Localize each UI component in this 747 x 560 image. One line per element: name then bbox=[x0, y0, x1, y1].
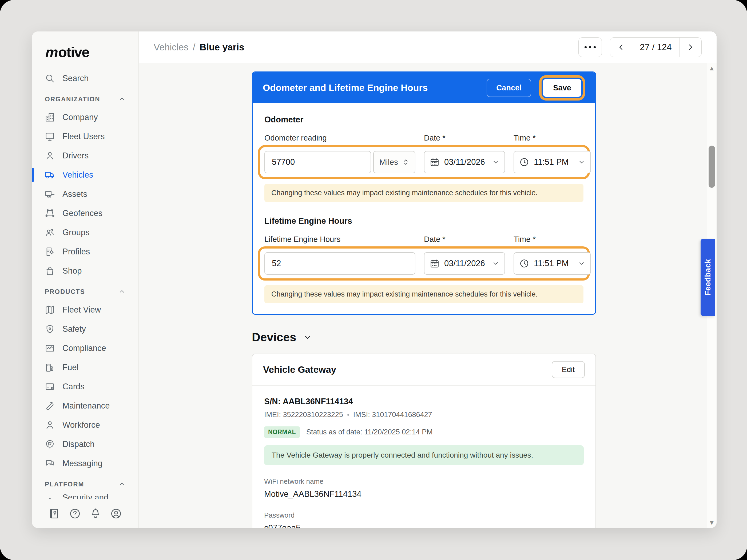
chevron-right-icon bbox=[687, 43, 694, 51]
profile-doc-icon bbox=[45, 247, 55, 257]
bag-icon bbox=[45, 266, 55, 276]
desktop-background: motive SearchORGANIZATIONCompanyFleet Us… bbox=[0, 0, 747, 560]
wifi-network-value: Motive_AABL36NF114134 bbox=[264, 489, 584, 499]
shield-icon bbox=[45, 324, 55, 334]
chevron-down-icon bbox=[578, 260, 585, 267]
caret-up-icon bbox=[118, 481, 126, 488]
person-icon bbox=[45, 420, 55, 430]
app-window: motive SearchORGANIZATIONCompanyFleet Us… bbox=[32, 31, 717, 528]
trailer-icon bbox=[45, 189, 55, 199]
bell-button[interactable] bbox=[89, 508, 101, 519]
sidebar-item-fleet-users[interactable]: Fleet Users bbox=[39, 127, 131, 146]
engine-hours-section-heading: Lifetime Engine Hours bbox=[264, 216, 584, 226]
dot-separator bbox=[347, 414, 349, 416]
sidebar-item-geofences[interactable]: Geofences bbox=[39, 204, 131, 223]
sidebar-item-dispatch[interactable]: Dispatch bbox=[39, 435, 131, 454]
odometer-date-select[interactable]: 03/11/2026 bbox=[424, 151, 505, 174]
serial-number: S/N: AABL36NF114134 bbox=[264, 397, 584, 406]
page-title: Blue yaris bbox=[200, 42, 244, 53]
odometer-panel: Odometer and Lifetime Engine Hours Cance… bbox=[252, 72, 596, 315]
breadcrumb-parent[interactable]: Vehicles bbox=[154, 42, 188, 53]
person-icon bbox=[45, 151, 55, 161]
scroll-down-arrow[interactable]: ▼ bbox=[707, 519, 717, 526]
devices-heading: Devices bbox=[252, 331, 296, 344]
wifi-network-label: WiFi network name bbox=[264, 477, 584, 486]
wifi-network-field: WiFi network name Motive_AABL36NF114134 bbox=[264, 477, 584, 499]
cancel-button[interactable]: Cancel bbox=[487, 79, 531, 97]
engine-hours-date-label: Date * bbox=[424, 235, 505, 244]
engine-hours-time-select[interactable]: 11:51 PM bbox=[514, 252, 591, 275]
password-field: Password c077eaa5 bbox=[264, 511, 584, 528]
topbar: Vehicles / Blue yaris 27 / 124 bbox=[139, 31, 717, 63]
gateway-status-message: The Vehicle Gateway is properly connecte… bbox=[264, 445, 584, 465]
password-label: Password bbox=[264, 511, 584, 519]
odometer-panel-header: Odometer and Lifetime Engine Hours Cance… bbox=[253, 72, 595, 103]
map-icon bbox=[45, 305, 55, 315]
breadcrumb-separator: / bbox=[192, 42, 195, 53]
scroll-up-arrow[interactable]: ▲ bbox=[707, 64, 717, 72]
sidebar-item-company[interactable]: Company bbox=[39, 108, 131, 127]
previous-record-button[interactable] bbox=[610, 37, 632, 57]
odometer-fields-highlight-ring: 57700 Miles 03/11/2026 bbox=[258, 145, 590, 179]
sidebar-item-profiles[interactable]: Profiles bbox=[39, 242, 131, 261]
engine-hours-date-select[interactable]: 03/11/2026 bbox=[424, 252, 505, 275]
compliance-icon bbox=[45, 343, 55, 353]
imsi-value: IMSI: 310170441686427 bbox=[353, 411, 432, 419]
sidebar-item-maintenance[interactable]: Maintenance bbox=[39, 396, 131, 416]
content-column: Odometer and Lifetime Engine Hours Cance… bbox=[252, 63, 596, 528]
logbook-button[interactable] bbox=[49, 508, 60, 519]
odometer-reading-input[interactable]: 57700 bbox=[264, 151, 371, 174]
sidebar-item-workforce[interactable]: Workforce bbox=[39, 416, 131, 435]
status-as-of-date: Status as of date: 11/20/2025 02:14 PM bbox=[306, 428, 433, 436]
engine-hours-input[interactable]: 52 bbox=[264, 252, 415, 275]
sidebar-item-fuel[interactable]: Fuel bbox=[39, 358, 131, 377]
odometer-time-select[interactable]: 11:51 PM bbox=[514, 151, 591, 174]
sidebar-item-compliance[interactable]: Compliance bbox=[39, 339, 131, 358]
building-icon bbox=[45, 112, 55, 123]
edit-button[interactable]: Edit bbox=[552, 361, 585, 378]
scrollbar-thumb[interactable] bbox=[709, 145, 715, 188]
breadcrumb: Vehicles / Blue yaris bbox=[154, 42, 244, 53]
account-icon bbox=[110, 508, 122, 519]
sidebar-item-fleet-view[interactable]: Fleet View bbox=[39, 300, 131, 319]
polygon-icon bbox=[45, 208, 55, 218]
sidebar-item-shop[interactable]: Shop bbox=[39, 261, 131, 281]
feedback-tab[interactable]: Feedback bbox=[701, 239, 715, 316]
vehicle-gateway-card: Vehicle Gateway Edit S/N: AABL36NF114134… bbox=[252, 354, 596, 528]
sidebar-item-security-and-data[interactable]: Security and Data bbox=[39, 493, 131, 499]
sidebar: motive SearchORGANIZATIONCompanyFleet Us… bbox=[32, 31, 139, 528]
vehicle-gateway-title: Vehicle Gateway bbox=[263, 364, 336, 375]
help-icon bbox=[69, 508, 81, 519]
save-button[interactable]: Save bbox=[543, 79, 581, 97]
top-controls: 27 / 124 bbox=[578, 37, 702, 57]
sidebar-item-safety[interactable]: Safety bbox=[39, 319, 131, 339]
sidebar-section-products[interactable]: PRODUCTS bbox=[39, 283, 131, 300]
logo-m-glyph: m bbox=[45, 44, 58, 60]
logbook-icon bbox=[49, 508, 60, 519]
engine-hours-label: Lifetime Engine Hours bbox=[264, 235, 415, 244]
odometer-reading-label: Odometer reading bbox=[264, 134, 415, 142]
sidebar-item-cards[interactable]: Cards bbox=[39, 377, 131, 396]
sidebar-section-platform[interactable]: PLATFORM bbox=[39, 476, 131, 493]
account-button[interactable] bbox=[110, 508, 122, 519]
devices-section-toggle[interactable]: Devices bbox=[252, 331, 596, 344]
sidebar-section-organization[interactable]: ORGANIZATION bbox=[39, 91, 131, 108]
sidebar-item-drivers[interactable]: Drivers bbox=[39, 146, 131, 165]
odometer-unit-select[interactable]: Miles bbox=[373, 151, 415, 174]
sidebar-item-groups[interactable]: Groups bbox=[39, 223, 131, 242]
caret-up-icon bbox=[118, 288, 126, 295]
people-icon bbox=[45, 228, 55, 238]
sidebar-item-assets[interactable]: Assets bbox=[39, 185, 131, 204]
calendar-icon bbox=[430, 259, 439, 268]
sidebar-item-messaging[interactable]: Messaging bbox=[39, 454, 131, 473]
imei-value: IMEI: 352220310223225 bbox=[264, 411, 343, 419]
next-record-button[interactable] bbox=[679, 37, 701, 57]
sidebar-nav: SearchORGANIZATIONCompanyFleet UsersDriv… bbox=[32, 64, 138, 499]
help-button[interactable] bbox=[69, 508, 81, 519]
sidebar-item-vehicles[interactable]: Vehicles bbox=[39, 165, 131, 185]
more-options-button[interactable] bbox=[578, 37, 602, 57]
sidebar-item-search[interactable]: Search bbox=[39, 69, 131, 88]
monitor-icon bbox=[45, 131, 55, 141]
main-area: Vehicles / Blue yaris 27 / 124 bbox=[139, 31, 717, 528]
clock-icon bbox=[519, 157, 529, 167]
